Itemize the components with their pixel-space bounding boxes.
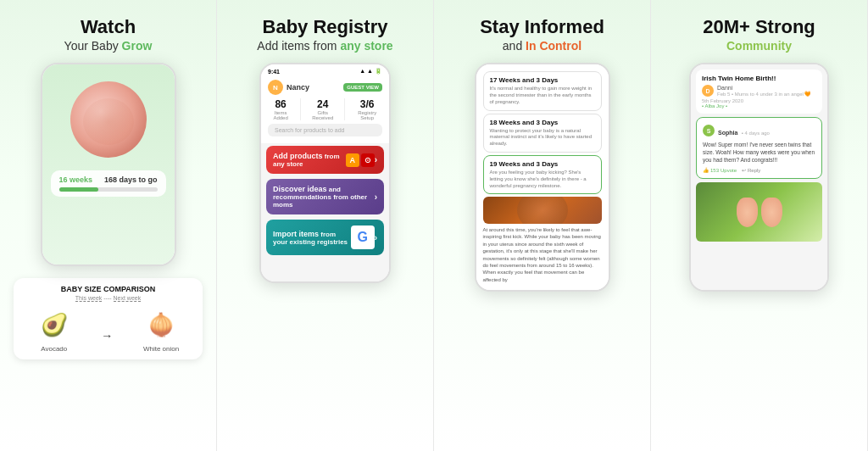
reply-icon: ↩	[742, 167, 746, 173]
panel-1-title: Watch	[81, 17, 136, 37]
article-text: At around this time, you're likely to fe…	[483, 226, 602, 283]
post-user-detail: Feb 5 • Mums to 4 under 3 in an angel 🧡	[717, 91, 811, 97]
fruits-row: 🥑 Avocado → 🧅 White onion	[22, 308, 194, 353]
reply-user-info: Sophia • 4 days ago	[718, 123, 770, 138]
reply-avatar: S	[703, 125, 715, 136]
pregnancy-image	[483, 197, 602, 224]
week-19-title: 19 Weeks and 3 Days	[490, 160, 595, 168]
post-user-info: Danni Feb 5 • Mums to 4 under 3 in an an…	[717, 85, 811, 97]
post-title: Irish Twin Home Birth!!	[702, 75, 816, 82]
panel-1-subtitle: Your Baby Grow	[64, 39, 153, 53]
stat-setup-num: 3/6	[352, 98, 382, 110]
weeks-label-row: 16 weeks 168 days to go	[59, 175, 158, 184]
phone-screen-community: Irish Twin Home Birth!! D Danni Feb 5 • …	[691, 64, 827, 290]
panel-registry: Baby Registry Add items from any store 9…	[217, 0, 434, 451]
stat-divider-1	[300, 98, 301, 120]
onion-label: White onion	[143, 345, 179, 353]
panel-2-content: Baby Registry Add items from any store 9…	[231, 17, 420, 283]
phone-status-bar: 9:41 ▲ ▲ 🔋	[261, 64, 389, 76]
post-actions: 👍 153 Upvote ↩ Reply	[703, 167, 815, 173]
registry-card-discover[interactable]: Discover ideas and recommendations from …	[266, 179, 384, 214]
panel-3-subtitle-and: and	[503, 39, 526, 53]
registry-search-bar[interactable]: Search for products to add	[268, 124, 382, 136]
panel-2-subtitle-highlight: any store	[340, 39, 392, 53]
phone-mockup-registry: 9:41 ▲ ▲ 🔋 N Nancy GUEST VIEW 86 Items A…	[259, 63, 391, 283]
twins-shapes	[737, 198, 782, 227]
twins-image	[696, 182, 822, 242]
post-user-avatar: D	[702, 85, 714, 97]
weeks-count: 16 weeks	[59, 175, 93, 184]
weeks-progress-fill	[59, 187, 98, 192]
fruit-onion: 🧅 White onion	[143, 308, 179, 353]
panel-community: 20M+ Strong Community Irish Twin Home Bi…	[651, 0, 868, 451]
reply-label: Reply	[748, 168, 760, 173]
phone-screen-watch: 16 weeks 168 days to go	[42, 64, 175, 264]
phone-mockup-community: Irish Twin Home Birth!! D Danni Feb 5 • …	[689, 63, 829, 292]
week-17-title: 17 Weeks and 3 Days	[490, 76, 595, 84]
panel-watch: Watch Your Baby Grow 16 weeks 168 days t…	[0, 0, 217, 451]
amazon-icon: A	[346, 153, 359, 167]
size-comparison-subtitle: This week ---- Next week	[22, 295, 194, 301]
panel-2-subtitle-text: Add items from	[257, 39, 340, 53]
stat-items-added: 86 Items Added	[268, 98, 293, 120]
phone-mockup-watch: 16 weeks 168 days to go	[41, 63, 176, 266]
size-comparison-title: BABY SIZE COMPARISON	[22, 285, 194, 293]
week-card-18: 18 Weeks and 3 Days Wanting to protect y…	[483, 114, 602, 153]
registry-header: N Nancy GUEST VIEW 86 Items Added 24 Gif…	[261, 76, 389, 143]
panel-4-subtitle: Community	[726, 39, 792, 53]
reply-header: S Sophia • 4 days ago	[703, 123, 815, 138]
stat-gifts-num: 24	[308, 98, 337, 110]
card-add-text: Add products from any store	[273, 152, 346, 168]
community-post-main: Irish Twin Home Birth!! D Danni Feb 5 • …	[696, 70, 822, 114]
week-18-text: Wanting to protect your baby is a natura…	[490, 128, 595, 148]
embryo-image	[70, 81, 147, 158]
reply-user-name: Sophia	[718, 130, 737, 136]
like-button[interactable]: 👍 153 Upvote	[703, 167, 737, 173]
arrow-between-fruits: →	[101, 329, 113, 342]
reply-button[interactable]: ↩ Reply	[742, 167, 760, 173]
panel-1-content: Watch Your Baby Grow 16 weeks 168 days t…	[14, 17, 203, 359]
stat-items-num: 86	[268, 98, 293, 110]
panel-4-subtitle-highlight: Community	[726, 39, 792, 53]
stat-gifts-label: Gifts Received	[308, 110, 337, 120]
weeks-progress-bar	[59, 187, 158, 192]
store-icons-row: A ⊙	[346, 153, 375, 167]
like-count: 153	[710, 168, 719, 173]
week-19-text: Are you feeling your baby kicking? She's…	[490, 170, 595, 189]
community-reply-card: S Sophia • 4 days ago Wow! Super mom! I'…	[696, 117, 822, 179]
week-card-19: 19 Weeks and 3 Days Are you feeling your…	[483, 155, 602, 194]
weeks-bar-container: 16 weeks 168 days to go	[51, 170, 166, 197]
panel-2-title: Baby Registry	[263, 17, 388, 37]
card-arrow-3: ›	[375, 233, 377, 242]
week-18-title: 18 Weeks and 3 Days	[490, 119, 595, 126]
panel-3-content: Stay Informed and In Control 17 Weeks an…	[448, 17, 637, 292]
card-discover-text: Discover ideas and recommendations from …	[273, 185, 375, 209]
post-tag: • Alba Joy •	[702, 103, 816, 109]
registry-stats: 86 Items Added 24 Gifts Received 3/6 Reg…	[268, 98, 382, 120]
status-time: 9:41	[268, 69, 280, 75]
panel-3-subtitle: and In Control	[503, 39, 581, 53]
stat-items-label: Items Added	[268, 110, 293, 120]
phone-mockup-informed: 17 Weeks and 3 Days It's normal and heal…	[475, 63, 610, 292]
registry-avatar: N	[268, 80, 283, 95]
panel-1-subtitle-highlight: Grow	[122, 39, 153, 53]
post-user-row: D Danni Feb 5 • Mums to 4 under 3 in an …	[702, 85, 816, 97]
registry-user-name: Nancy	[287, 83, 343, 92]
target-icon: ⊙	[361, 153, 375, 167]
panel-1-subtitle-text: Your Baby	[64, 39, 122, 53]
panel-informed: Stay Informed and In Control 17 Weeks an…	[434, 0, 651, 451]
avocado-icon: 🥑	[37, 308, 71, 342]
card-arrow-2: ›	[375, 192, 377, 202]
week-17-text: It's normal and healthy to gain more wei…	[490, 86, 595, 105]
stat-divider-2	[344, 98, 345, 120]
phone-screen-registry: 9:41 ▲ ▲ 🔋 N Nancy GUEST VIEW 86 Items A…	[261, 64, 389, 281]
avocado-label: Avocado	[41, 345, 67, 353]
registry-card-add-products[interactable]: Add products from any store A ⊙ ›	[266, 146, 384, 174]
size-comparison-card: BABY SIZE COMPARISON This week ---- Next…	[14, 278, 203, 359]
registry-card-import[interactable]: Import items from your existing registri…	[266, 220, 384, 255]
post-user-name: Danni	[717, 85, 811, 91]
card-discover-bold: Discover ideas	[273, 185, 327, 193]
days-remaining: 168 days to go	[104, 175, 158, 184]
baby-shape-2	[761, 198, 782, 227]
google-icon: G	[351, 226, 375, 249]
